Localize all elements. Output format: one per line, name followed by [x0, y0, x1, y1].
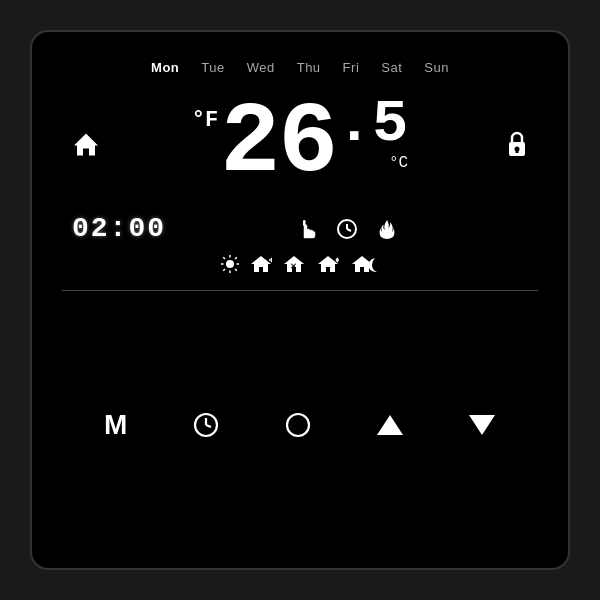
unit-celsius: °C	[389, 154, 408, 172]
svg-marker-34	[377, 415, 403, 435]
svg-marker-25	[318, 256, 338, 272]
leave-home-icon	[250, 254, 272, 274]
days-row: Mon Tue Wed Thu Fri Sat Sun	[62, 60, 538, 75]
svg-marker-0	[74, 134, 98, 156]
svg-point-8	[226, 260, 234, 268]
svg-point-33	[287, 414, 309, 436]
svg-line-15	[235, 257, 237, 259]
svg-line-32	[206, 425, 211, 427]
thermostat-device: Mon Tue Wed Thu Fri Sat Sun °F 26 .5 °C	[30, 30, 570, 570]
home-icon	[72, 130, 100, 157]
mode-button[interactable]: M	[104, 409, 127, 441]
info-row: 02:00	[62, 213, 538, 244]
day-mon: Mon	[151, 60, 179, 75]
svg-rect-4	[303, 220, 306, 226]
svg-line-14	[235, 269, 237, 271]
day-sat: Sat	[381, 60, 402, 75]
bottom-buttons: M	[62, 301, 538, 548]
day-wed: Wed	[247, 60, 275, 75]
unit-fahrenheit: °F	[192, 108, 218, 133]
svg-marker-35	[469, 415, 495, 435]
mode-icons	[166, 217, 528, 241]
svg-line-13	[223, 257, 225, 259]
return-home-icon	[316, 254, 340, 274]
wake-icon	[220, 254, 240, 274]
temperature-decimal-group: .5 °C	[336, 94, 408, 172]
day-fri: Fri	[343, 60, 360, 75]
svg-marker-17	[251, 256, 271, 272]
day-sun: Sun	[424, 60, 449, 75]
up-button[interactable]	[376, 413, 404, 437]
svg-line-7	[347, 229, 351, 231]
economy-icon: ✕	[282, 254, 306, 274]
lock-icon	[506, 131, 528, 157]
divider	[62, 290, 538, 291]
day-tue: Tue	[201, 60, 224, 75]
sleep-icon	[350, 254, 380, 274]
temperature-decimal: .5	[336, 94, 408, 154]
svg-rect-3	[516, 149, 519, 153]
program-icons-row: ✕	[62, 254, 538, 274]
clock-icon	[336, 217, 358, 241]
manual-mode-icon	[296, 217, 318, 241]
down-button[interactable]	[468, 413, 496, 437]
flame-icon	[376, 217, 398, 241]
temperature-display: °F 26 .5 °C	[192, 94, 408, 194]
schedule-button[interactable]	[192, 411, 220, 439]
time-display: 02:00	[72, 213, 166, 244]
svg-line-16	[223, 269, 225, 271]
temperature-area: °F 26 .5 °C	[62, 79, 538, 209]
program-button[interactable]	[284, 411, 312, 439]
day-thu: Thu	[297, 60, 321, 75]
temperature-whole: 26	[220, 94, 336, 194]
